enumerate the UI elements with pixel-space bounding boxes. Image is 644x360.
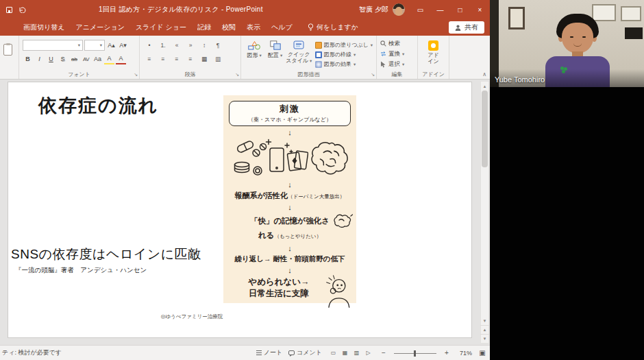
view-button[interactable]: ▦ (340, 348, 350, 359)
cursor-icon (380, 61, 386, 68)
zoom-slider[interactable] (394, 349, 436, 357)
replace-button[interactable]: 置換 ▾ (380, 49, 404, 59)
maximize-button[interactable]: □ (450, 0, 470, 19)
alignment-button[interactable]: ≡ (171, 53, 183, 65)
dialog-launcher-icon[interactable]: ↘ (371, 72, 375, 77)
font-format-button[interactable]: A (116, 54, 126, 64)
close-button[interactable]: × (470, 0, 490, 19)
clinic-credit: ◎ゆうべファミリー治療院 (132, 313, 252, 320)
paragraph-button[interactable]: « (171, 40, 183, 51)
screen: 1回目 認め方・デジタル依存のリスク - PowerPoint 智廣 夕郎 ▭ … (0, 0, 644, 360)
paragraph-row-1: •1.«»↕¶ (143, 38, 237, 52)
share-button[interactable]: 共有 (449, 21, 484, 34)
ribbon-display-options-button[interactable]: ▭ (410, 0, 430, 19)
video-thumbnail[interactable]: Yube Tomohiro (490, 0, 644, 87)
scroll-down-button[interactable]: ▼ (480, 316, 489, 325)
accessibility-status[interactable]: ティ: 検討が必要です (0, 348, 62, 357)
paragraph-button[interactable]: • (143, 40, 156, 51)
slide-claim-source[interactable]: 『一流の頭脳』著者 アンデシュ・ハンセン (15, 266, 147, 275)
alignment-button[interactable]: ▥ (212, 53, 224, 65)
chevron-down-icon: ▾ (402, 62, 404, 67)
comments-button[interactable]: コメント (288, 348, 322, 357)
alignment-button[interactable]: ▦ (198, 53, 210, 65)
chevron-down-icon: ▾ (371, 43, 373, 48)
shapes-button[interactable]: 図形▾ (245, 38, 264, 69)
font-format-button[interactable]: S (58, 53, 68, 65)
ribbon-tab[interactable]: 画面切り替え (18, 19, 70, 36)
chevron-down-icon: ▾ (402, 51, 404, 57)
alignment-button[interactable]: ≡ (184, 53, 197, 65)
paragraph-button[interactable]: 1. (157, 40, 169, 51)
stimulus-subtitle: （薬・スマホ・ギャンブルなど） (232, 116, 347, 123)
shape-outline-button[interactable]: 図形の枠線 ▾ (315, 50, 373, 59)
collapse-ribbon-button[interactable]: ∧ (482, 71, 486, 77)
undo-icon[interactable] (18, 7, 26, 13)
zoom-slider-thumb[interactable] (414, 350, 416, 357)
repeat-step: 繰り返し→ 耐性・前頭前野の低下 (234, 254, 345, 264)
ribbon-tab[interactable]: ヘルプ (266, 19, 298, 36)
effects-icon (315, 61, 322, 68)
shrink-font-button[interactable]: A▾ (118, 40, 128, 51)
vertical-scrollbar[interactable]: ▲ ▼ ▲ ▼ (480, 81, 489, 344)
alignment-button[interactable]: ≡ (143, 53, 156, 65)
view-button[interactable]: ▥ (351, 348, 362, 359)
ribbon-tab[interactable]: アニメーション (70, 19, 129, 36)
view-button[interactable]: ▭ (328, 348, 338, 359)
scrollbar-track[interactable] (480, 91, 489, 316)
select-button[interactable]: 選択 ▾ (380, 59, 404, 69)
font-format-button[interactable]: U (46, 53, 56, 65)
ribbon-tab[interactable]: スライド ショー (130, 19, 192, 36)
clipboard-group (0, 36, 19, 79)
paragraph-button[interactable]: » (184, 40, 197, 51)
scroll-up-button[interactable]: ▲ (480, 82, 489, 91)
font-format-button[interactable]: Aa (92, 53, 103, 65)
zoom-in-button[interactable]: + (443, 349, 451, 357)
dialog-launcher-icon[interactable]: ↘ (235, 72, 239, 77)
previous-slide-button[interactable]: ▲ (480, 325, 489, 334)
font-size-select[interactable]: ▾ (84, 40, 105, 51)
font-format-button[interactable]: AV (81, 53, 91, 65)
notes-button[interactable]: ノート (256, 348, 282, 357)
scrollbar-thumb[interactable] (482, 91, 488, 167)
slide-canvas[interactable]: 依存症の流れ SNSの依存度はヘロインに匹敵 『一流の頭脳』著者 アンデシュ・ハ… (0, 80, 490, 345)
shape-effects-button[interactable]: 図形の効果 ▾ (315, 60, 373, 69)
ribbon-tab[interactable]: 記録 (192, 19, 216, 36)
find-button[interactable]: 検索 (380, 38, 400, 49)
slide-claim-text[interactable]: SNSの依存度はヘロインに匹敵 (11, 245, 201, 263)
ribbon-tab[interactable]: 校閲 (216, 19, 241, 36)
grow-font-button[interactable]: A▴ (106, 40, 116, 51)
font-format-button[interactable]: I (34, 53, 45, 65)
user-avatar[interactable] (393, 3, 405, 16)
zoom-level[interactable]: 71% (457, 350, 472, 357)
addiction-flowchart[interactable]: 刺激 （薬・スマホ・ギャンブルなど） ↓ (223, 95, 356, 303)
shape-fill-button[interactable]: 図形の塗りつぶし ▾ (315, 40, 373, 49)
participant-eye (570, 36, 573, 38)
save-icon[interactable] (6, 7, 12, 13)
account-chip[interactable]: 智廣 夕郎 (354, 3, 410, 16)
font-name-select[interactable]: ▾ (23, 40, 83, 51)
comment-icon (288, 350, 295, 355)
next-slide-button[interactable]: ▼ (480, 334, 489, 343)
dialog-launcher-icon[interactable]: ↘ (134, 72, 138, 77)
minimize-button[interactable]: — (430, 0, 450, 19)
down-arrow: ↓ (288, 245, 292, 252)
zoom-out-button[interactable]: − (380, 349, 388, 357)
slide-title[interactable]: 依存症の流れ (38, 93, 158, 118)
ribbon-tab[interactable]: 表示 (241, 19, 266, 36)
arrange-button[interactable]: 配置▾ (265, 38, 284, 69)
tell-me-box[interactable]: 何をしますか (308, 23, 358, 32)
slide[interactable]: 依存症の流れ SNSの依存度はヘロインに匹敵 『一流の頭脳』著者 アンデシュ・ハ… (8, 82, 471, 337)
font-format-button[interactable]: ab (69, 53, 79, 65)
paragraph-button[interactable]: ↕ (198, 40, 210, 51)
paste-button[interactable] (3, 44, 12, 56)
quick-styles-button[interactable]: クイック スタイル▾ (286, 38, 312, 69)
fit-slide-button[interactable]: ▣ (478, 349, 486, 357)
font-format-button[interactable]: B (23, 53, 33, 65)
font-format-button[interactable]: A (104, 54, 114, 64)
paragraph-button[interactable]: ¶ (212, 40, 224, 51)
tell-me-label: 何をしますか (317, 23, 358, 32)
alignment-button[interactable]: ≡ (157, 53, 169, 65)
shapes-icon (248, 40, 260, 50)
view-button[interactable]: ▷ (363, 348, 373, 359)
addins-button[interactable]: アド イン (421, 38, 445, 64)
